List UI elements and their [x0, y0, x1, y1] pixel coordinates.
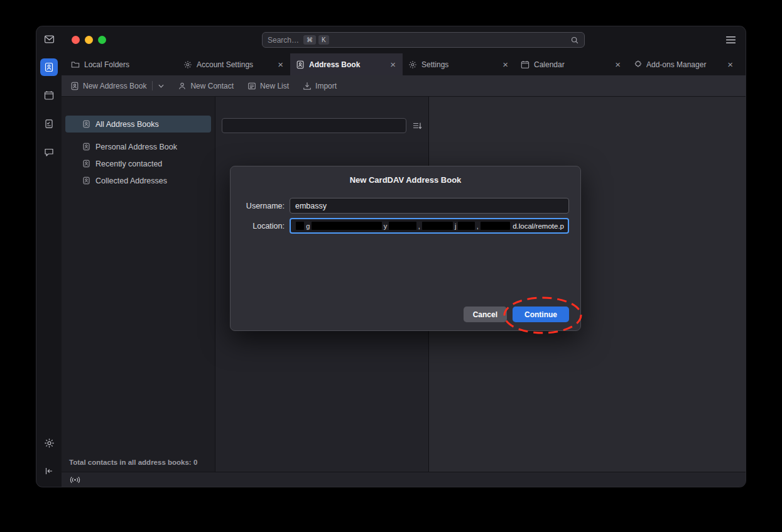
location-row: Location: g y , j , d.local/remote.p: [231, 218, 580, 234]
collapse-icon: [44, 466, 54, 476]
address-book-list-item-personal[interactable]: Personal Address Book: [65, 138, 211, 155]
spaces-toolbar: [36, 26, 62, 487]
tasks-space-button[interactable]: [40, 115, 58, 133]
status-bar: [62, 472, 746, 487]
redaction-bar: [481, 222, 510, 230]
import-icon: [303, 82, 312, 90]
tab-label: Address Book: [309, 60, 384, 69]
calendar-icon: [44, 90, 54, 100]
tab-addons-manager[interactable]: Add-ons Manager ×: [627, 53, 740, 75]
list-icon: [247, 82, 256, 90]
close-tab-icon[interactable]: ×: [501, 58, 509, 70]
calendar-icon: [521, 60, 529, 69]
address-book-list-item-recent[interactable]: Recently contacted: [65, 155, 211, 172]
close-window-button[interactable]: [72, 36, 80, 44]
tab-label: Local Folders: [84, 60, 172, 69]
list-item-label: Collected Addresses: [95, 176, 167, 185]
dialog-buttons: Cancel Continue: [464, 307, 569, 322]
collapse-spaces-button[interactable]: [40, 462, 58, 480]
username-field[interactable]: [290, 198, 569, 214]
redacted-fragment: y: [384, 222, 388, 230]
contacts-search-row: [215, 118, 428, 133]
address-book-icon: [44, 62, 54, 72]
thunderbird-window: Search… ⌘ K Local Folders Account Settin…: [36, 26, 746, 487]
zoom-window-button[interactable]: [98, 36, 106, 44]
dialog-title: New CardDAV Address Book: [231, 175, 580, 185]
redacted-fragment: j: [455, 222, 456, 230]
address-book-icon: [82, 176, 90, 185]
list-item-label: All Address Books: [95, 120, 159, 129]
mail-icon: [44, 34, 55, 45]
mail-space-button[interactable]: [40, 30, 58, 48]
list-item-label: Recently contacted: [95, 160, 162, 168]
address-book-space-button[interactable]: [40, 58, 58, 76]
redacted-fragment: ,: [477, 222, 479, 230]
gear-icon: [408, 60, 417, 69]
new-contact-label: New Contact: [190, 82, 234, 90]
global-search-field[interactable]: Search… ⌘ K: [262, 32, 585, 48]
puzzle-icon: [633, 60, 642, 69]
calendar-space-button[interactable]: [40, 87, 58, 104]
redaction-bar: [458, 222, 474, 230]
close-tab-icon[interactable]: ×: [276, 58, 285, 70]
new-address-book-button[interactable]: New Address Book: [70, 81, 164, 90]
continue-button[interactable]: Continue: [513, 307, 569, 322]
location-visible-tail: d.local/remote.p: [513, 222, 564, 230]
tasks-icon: [44, 119, 54, 129]
content-area: All Address Books Personal Address Book …: [62, 97, 746, 472]
folder-icon: [71, 60, 80, 69]
close-tab-icon[interactable]: ×: [389, 58, 397, 70]
tab-local-folders[interactable]: Local Folders: [65, 53, 178, 75]
tab-address-book[interactable]: Address Book ×: [290, 53, 403, 75]
tab-bar: Local Folders Account Settings × Address…: [62, 53, 746, 75]
redacted-fragment: g: [306, 222, 310, 230]
redaction-bar: [389, 222, 416, 230]
address-book-list-item-all[interactable]: All Address Books: [65, 116, 211, 133]
search-placeholder: Search…: [268, 36, 299, 45]
total-contacts-status: Total contacts in all address books: 0: [69, 459, 197, 466]
new-carddav-dialog: New CardDAV Address Book Username: Locat…: [230, 166, 581, 331]
location-label: Location:: [231, 222, 285, 231]
new-list-button[interactable]: New List: [247, 82, 289, 90]
list-gap: [62, 133, 215, 138]
titlebar: Search… ⌘ K: [62, 26, 746, 53]
cancel-button[interactable]: Cancel: [464, 307, 507, 322]
tab-calendar[interactable]: Calendar ×: [515, 53, 627, 75]
network-broadcast-icon: [70, 476, 80, 484]
gear-icon: [44, 438, 55, 448]
chevron-down-icon[interactable]: [158, 84, 164, 88]
settings-space-button[interactable]: [40, 434, 58, 452]
location-field[interactable]: g y , j , d.local/remote.p: [290, 218, 569, 234]
username-row: Username:: [231, 198, 580, 214]
close-tab-icon[interactable]: ×: [614, 58, 622, 70]
search-icon: [570, 36, 579, 45]
chat-icon: [44, 147, 54, 157]
import-label: Import: [315, 82, 337, 90]
person-icon: [178, 82, 187, 90]
minimize-window-button[interactable]: [85, 36, 93, 44]
address-book-list-item-collected[interactable]: Collected Addresses: [65, 172, 211, 189]
command-key-badge: ⌘: [303, 35, 316, 45]
tab-settings[interactable]: Settings ×: [403, 53, 515, 75]
import-button[interactable]: Import: [303, 82, 337, 90]
contacts-filter-input[interactable]: [222, 118, 406, 133]
address-book-toolbar: New Address Book New Contact New List Im…: [62, 75, 746, 97]
redacted-fragment: ,: [418, 222, 420, 230]
redaction-bar: [312, 222, 381, 230]
tab-label: Calendar: [534, 60, 609, 69]
traffic-lights: [62, 36, 106, 44]
chat-space-button[interactable]: [40, 143, 58, 161]
address-book-icon: [82, 160, 90, 168]
tab-label: Settings: [421, 60, 497, 69]
gear-icon: [183, 60, 192, 69]
address-book-icon: [70, 82, 79, 90]
window-main-area: Search… ⌘ K Local Folders Account Settin…: [62, 26, 746, 487]
split-divider: [152, 81, 153, 90]
new-address-book-label: New Address Book: [83, 82, 146, 90]
new-list-label: New List: [260, 82, 289, 90]
display-options-icon[interactable]: [412, 121, 422, 131]
new-contact-button[interactable]: New Contact: [178, 82, 234, 90]
close-tab-icon[interactable]: ×: [726, 58, 734, 70]
app-menu-button[interactable]: [725, 36, 736, 44]
tab-account-settings[interactable]: Account Settings ×: [178, 53, 290, 75]
